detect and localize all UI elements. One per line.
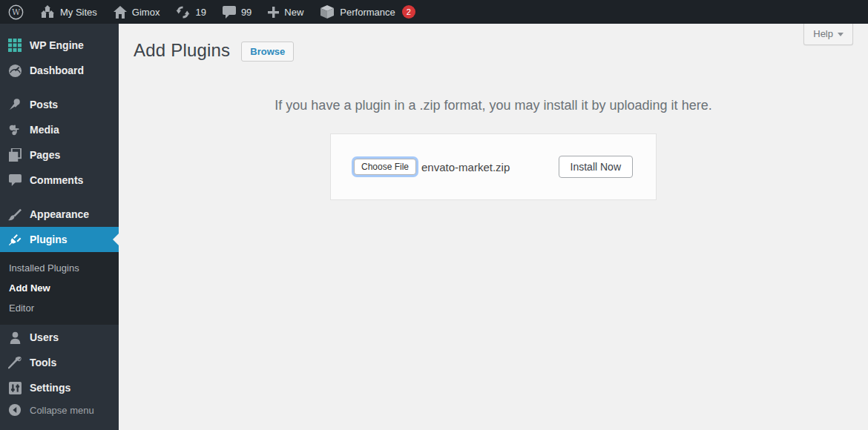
wrench-icon	[7, 356, 23, 369]
collapse-menu-button[interactable]: Collapse menu	[0, 397, 119, 423]
sidebar-item-label: Appearance	[30, 208, 89, 220]
sidebar-item-tools[interactable]: Tools	[0, 350, 119, 375]
wordpress-logo-icon: W	[8, 4, 24, 20]
settings-sliders-icon	[7, 382, 23, 394]
updates-icon	[176, 5, 190, 19]
sidebar-item-users[interactable]: Users	[0, 325, 119, 350]
paintbrush-icon	[7, 208, 23, 221]
sidebar-item-comments[interactable]: Comments	[0, 168, 119, 193]
my-sites-label: My Sites	[60, 7, 97, 18]
plus-icon	[268, 7, 279, 18]
sidebar-item-label: Settings	[30, 382, 70, 394]
performance-label: Performance	[340, 7, 395, 18]
performance-menu[interactable]: Performance 2	[312, 0, 423, 24]
main-content: Help Add Plugins Browse If you have a pl…	[119, 24, 868, 430]
user-icon	[7, 331, 23, 344]
page-title: Add Plugins	[134, 39, 230, 62]
submenu-item-editor[interactable]: Editor	[0, 298, 119, 318]
new-label: New	[284, 7, 303, 18]
selected-file-name: envato-market.zip	[421, 161, 510, 173]
media-icon	[7, 123, 23, 136]
sidebar-item-label: Media	[30, 124, 59, 136]
pushpin-icon	[7, 98, 23, 111]
sidebar-item-wp-engine[interactable]: WP Engine	[0, 33, 119, 58]
svg-text:W: W	[12, 7, 21, 17]
comments-count: 99	[241, 7, 251, 18]
sidebar-item-posts[interactable]: Posts	[0, 92, 119, 117]
home-icon	[114, 6, 127, 19]
submenu-item-add-new[interactable]: Add New	[0, 278, 119, 298]
upload-instructions: If you have a plugin in a .zip format, y…	[134, 98, 853, 113]
updates-menu[interactable]: 19	[168, 0, 214, 24]
install-now-button[interactable]: Install Now	[559, 156, 633, 178]
my-sites-menu[interactable]: My Sites	[32, 0, 105, 24]
sidebar-item-media[interactable]: Media	[0, 117, 119, 142]
wp-engine-grid-icon	[7, 39, 23, 52]
dashboard-gauge-icon	[7, 64, 23, 78]
plugin-upload-form: Choose File envato-market.zip Install No…	[330, 133, 657, 200]
help-label: Help	[813, 28, 833, 39]
performance-cube-icon	[320, 4, 335, 19]
comments-icon	[7, 174, 23, 186]
plugins-submenu: Installed Plugins Add New Editor	[0, 252, 119, 325]
chevron-down-icon	[838, 33, 844, 36]
admin-sidebar: WP Engine Dashboard Posts	[0, 24, 119, 430]
sidebar-item-label: Dashboard	[30, 64, 84, 76]
sidebar-item-settings[interactable]: Settings	[0, 375, 119, 400]
wordpress-logo-menu[interactable]: W	[0, 0, 32, 24]
sidebar-item-label: Posts	[30, 99, 58, 110]
sidebar-item-label: Pages	[30, 149, 60, 161]
pages-icon	[7, 148, 23, 162]
comments-menu[interactable]: 99	[214, 0, 260, 24]
help-dropdown[interactable]: Help	[803, 24, 853, 45]
comment-bubble-icon	[223, 6, 236, 19]
sidebar-item-plugins[interactable]: Plugins	[0, 227, 119, 252]
collapse-arrow-icon	[7, 403, 23, 417]
submenu-item-installed-plugins[interactable]: Installed Plugins	[0, 258, 119, 278]
choose-file-button[interactable]: Choose File	[354, 159, 416, 175]
sidebar-item-label: Tools	[30, 357, 56, 368]
sidebar-item-appearance[interactable]: Appearance	[0, 202, 119, 227]
plugin-icon	[7, 233, 23, 246]
site-name-menu[interactable]: Gimox	[105, 0, 168, 24]
sidebar-item-dashboard[interactable]: Dashboard	[0, 58, 119, 83]
site-name-label: Gimox	[132, 7, 160, 18]
new-content-menu[interactable]: New	[260, 0, 312, 24]
page-header: Add Plugins Browse	[134, 24, 853, 62]
admin-bar: W My Sites Gimox 19	[0, 0, 868, 24]
sidebar-item-label: Plugins	[30, 234, 68, 245]
performance-badge: 2	[402, 5, 415, 19]
browse-button[interactable]: Browse	[241, 42, 294, 62]
sidebar-item-label: Users	[30, 331, 59, 343]
updates-count: 19	[195, 7, 206, 18]
network-sites-icon	[40, 5, 55, 19]
sidebar-item-label: WP Engine	[30, 39, 84, 51]
collapse-menu-label: Collapse menu	[30, 405, 94, 416]
sidebar-item-label: Comments	[30, 174, 83, 186]
sidebar-item-pages[interactable]: Pages	[0, 142, 119, 168]
